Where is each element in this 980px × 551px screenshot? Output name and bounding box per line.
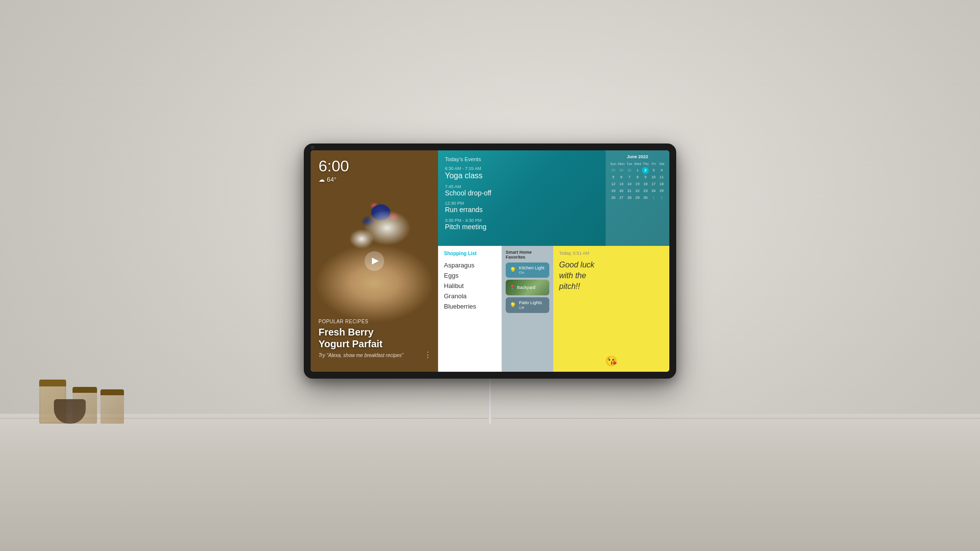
device-screen: 6:00 ☁ 64° Popular Recipes Fresh BerryYo…: [311, 150, 669, 372]
cal-cell[interactable]: 3: [650, 167, 657, 174]
cal-cell[interactable]: 28: [626, 194, 633, 201]
cal-cell[interactable]: 4: [658, 167, 665, 174]
cal-cell[interactable]: 1: [650, 194, 657, 201]
kitchen-light-info: Kitchen Light On: [519, 265, 544, 275]
cal-cell[interactable]: 27: [618, 194, 625, 201]
events-list: Today's Events 6:30 AM - 7:15 AM Yoga cl…: [438, 150, 606, 246]
cal-cell[interactable]: 30: [618, 167, 625, 174]
cal-cell[interactable]: 2: [658, 194, 665, 201]
temperature: 64°: [327, 176, 337, 183]
patio-light-label: Patio Lights: [519, 300, 542, 306]
cal-week-5: 26 27 28 29 30 1 2: [610, 194, 665, 201]
smarthome-title: Smart Home Favorites: [506, 250, 549, 260]
cal-cell[interactable]: 17: [650, 181, 657, 188]
shopping-item-halibut[interactable]: Halibut: [444, 281, 495, 291]
day-sun: Sun: [610, 162, 617, 166]
cal-cell[interactable]: 26: [610, 194, 617, 201]
event-item-pitch[interactable]: 3:30 PM - 4:30 PM Pitch meeting: [445, 218, 599, 231]
events-section: Today's Events 6:30 AM - 7:15 AM Yoga cl…: [438, 150, 669, 246]
recipe-category: Popular Recipes: [318, 319, 430, 324]
shopping-item-blueberries[interactable]: Blueberries: [444, 301, 495, 311]
sticky-message: Good luckwith thepitch!!: [559, 260, 663, 353]
cal-cell[interactable]: 19: [610, 188, 617, 194]
cal-cell[interactable]: 20: [618, 188, 625, 194]
play-icon: [372, 258, 379, 264]
cal-cell[interactable]: 29: [610, 167, 617, 174]
backyard-label: 📍 Backyard: [510, 285, 536, 290]
calendar-title: June 2022: [610, 154, 665, 159]
day-wed: Wed: [634, 162, 641, 166]
event-item-yoga[interactable]: 6:30 AM - 7:15 AM Yoga class: [445, 166, 599, 180]
event-name-errands: Run errands: [445, 206, 599, 214]
day-sat: Sat: [658, 162, 665, 166]
kitchen-light-button[interactable]: 💡 Kitchen Light On: [506, 263, 549, 278]
event-name-school: School drop-off: [445, 189, 599, 197]
event-time-errands: 12:30 PM: [445, 201, 599, 206]
time-weather-overlay: 6:00 ☁ 64°: [318, 158, 349, 183]
backyard-camera-button[interactable]: 📍 Backyard: [506, 280, 549, 295]
location-icon: 📍: [510, 285, 515, 290]
sticky-emoji: 😘: [559, 355, 663, 367]
shopping-item-eggs[interactable]: Eggs: [444, 270, 495, 281]
cal-cell[interactable]: 11: [658, 174, 665, 181]
shopping-item-granola[interactable]: Granola: [444, 291, 495, 301]
cal-cell[interactable]: 6: [618, 174, 625, 181]
cal-week-1: 29 30 31 1 2 3 4: [610, 167, 665, 174]
play-button[interactable]: [365, 251, 384, 271]
cal-cell[interactable]: 10: [650, 174, 657, 181]
sticky-timestamp: Today, 5:51 AM: [559, 251, 663, 256]
mini-calendar: June 2022 Sun Mon Tue Wed Thu Fri Sat: [606, 150, 669, 246]
day-fri: Fri: [650, 162, 658, 166]
kitchen-light-label: Kitchen Light: [519, 265, 544, 271]
clock-display: 6:00: [318, 158, 349, 174]
shopping-item-asparagus[interactable]: Asparagus: [444, 260, 495, 270]
smarthome-widget: Smart Home Favorites 💡 Kitchen Light On …: [502, 246, 553, 372]
bulb-icon: 💡: [510, 267, 516, 273]
cal-week-4: 19 20 21 22 23 24 25: [610, 188, 665, 194]
event-item-errands[interactable]: 12:30 PM Run errands: [445, 201, 599, 214]
camera-dot: [311, 145, 315, 149]
cal-cell[interactable]: 24: [650, 188, 657, 194]
weather-icon: ☁: [318, 176, 325, 183]
patio-lights-button[interactable]: 💡 Patio Lights Off: [506, 297, 549, 313]
widgets-row: Shopping List Asparagus Eggs Halibut Gra…: [438, 246, 669, 372]
cal-cell-today[interactable]: 2: [642, 167, 649, 174]
cal-cell[interactable]: 7: [626, 174, 633, 181]
recipe-title: Fresh BerryYogurt Parfait: [318, 326, 430, 350]
cal-cell[interactable]: 8: [634, 174, 641, 181]
cal-cell[interactable]: 23: [642, 188, 649, 194]
cal-cell[interactable]: 22: [634, 188, 641, 194]
cal-cell[interactable]: 13: [618, 181, 625, 188]
cal-cell[interactable]: 31: [626, 167, 633, 174]
cal-cell[interactable]: 16: [642, 181, 649, 188]
patio-light-status: Off: [519, 306, 542, 310]
cal-cell[interactable]: 12: [610, 181, 617, 188]
backyard-name: Backyard: [517, 285, 536, 290]
media-panel: 6:00 ☁ 64° Popular Recipes Fresh BerryYo…: [311, 150, 438, 372]
cal-week-3: 12 13 14 15 16 17 18: [610, 181, 665, 188]
sticky-note: Today, 5:51 AM Good luckwith thepitch!! …: [553, 246, 669, 372]
right-panel: Today's Events 6:30 AM - 7:15 AM Yoga cl…: [438, 150, 669, 372]
day-thu: Thu: [642, 162, 649, 166]
device-frame: 6:00 ☁ 64° Popular Recipes Fresh BerryYo…: [304, 144, 676, 379]
cal-cell[interactable]: 15: [634, 181, 641, 188]
cal-cell[interactable]: 18: [658, 181, 665, 188]
cal-cell[interactable]: 21: [626, 188, 633, 194]
cal-cell[interactable]: 25: [658, 188, 665, 194]
cal-week-2: 5 6 7 8 9 10 11: [610, 174, 665, 181]
cal-cell[interactable]: 30: [642, 194, 649, 201]
patio-bulb-icon: 💡: [510, 302, 516, 309]
more-options-button[interactable]: ⋮: [424, 352, 431, 358]
event-time-yoga: 6:30 AM - 7:15 AM: [445, 166, 599, 171]
day-tue: Tue: [626, 162, 633, 166]
cal-cell[interactable]: 1: [634, 167, 641, 174]
cal-cell[interactable]: 29: [634, 194, 641, 201]
recipe-hint: Try "Alexa, show me breakfast recipes": [318, 353, 430, 358]
calendar-day-headers: Sun Mon Tue Wed Thu Fri Sat: [610, 162, 665, 166]
cal-cell[interactable]: 14: [626, 181, 633, 188]
event-item-school[interactable]: 7:45 AM School drop-off: [445, 184, 599, 197]
cal-cell[interactable]: 9: [642, 174, 649, 181]
event-time-school: 7:45 AM: [445, 184, 599, 189]
cal-cell[interactable]: 5: [610, 174, 617, 181]
day-mon: Mon: [617, 162, 625, 166]
